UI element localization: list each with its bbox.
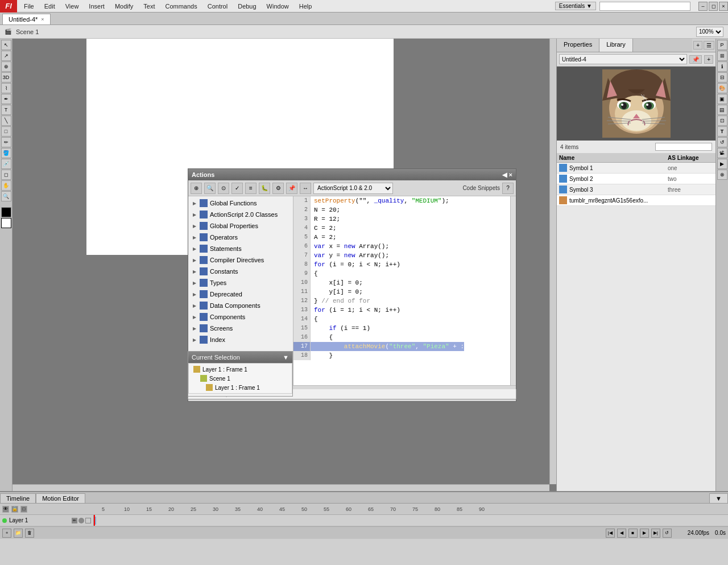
tl-step-fwd-btn[interactable]: ▶| bbox=[651, 529, 660, 538]
layer-edit-icon[interactable]: ✏ bbox=[72, 518, 77, 523]
actions-tree-item-constants[interactable]: ▶ Constants bbox=[189, 266, 292, 277]
tool-eyedropper[interactable]: 💉 bbox=[1, 159, 11, 169]
properties-tab[interactable]: Properties bbox=[557, 39, 599, 52]
actions-tree-item-global-properties[interactable]: ▶ Global Properties bbox=[189, 220, 292, 232]
actions-tree-item-global-functions[interactable]: ▶ Global Functions bbox=[189, 197, 292, 209]
library-search-input[interactable] bbox=[655, 143, 712, 151]
tl-stop-btn[interactable]: ■ bbox=[628, 529, 638, 538]
actions-collapse[interactable]: ◀ bbox=[502, 171, 507, 179]
essentials-button[interactable]: Essentials ▼ bbox=[555, 2, 596, 10]
actions-tree-item-as2-classes[interactable]: ▶ ActionScript 2.0 Classes bbox=[189, 209, 292, 220]
tool-gradient[interactable]: ▤ bbox=[717, 105, 727, 115]
actions-tree-item-screens[interactable]: ▶ Screens bbox=[189, 323, 292, 334]
actions-tree-item-statements[interactable]: ▶ Statements bbox=[189, 243, 292, 254]
new-library-btn[interactable]: + bbox=[704, 55, 713, 64]
actions-tree-item-types[interactable]: ▶ Types bbox=[189, 277, 292, 288]
actions-find-btn[interactable]: 🔍 bbox=[204, 183, 216, 194]
selection-item-0[interactable]: Layer 1 : Frame 1 bbox=[190, 365, 291, 374]
tool-history[interactable]: ↺ bbox=[717, 137, 727, 147]
tool-zoom[interactable]: 🔍 bbox=[1, 191, 11, 201]
actions-check-btn[interactable]: ✓ bbox=[231, 183, 243, 194]
minimize-button[interactable]: – bbox=[698, 2, 708, 11]
menu-insert[interactable]: Insert bbox=[84, 2, 109, 11]
tool-T[interactable]: T bbox=[717, 126, 727, 137]
tool-line[interactable]: ╲ bbox=[1, 116, 11, 126]
tool-components[interactable]: ⊡ bbox=[717, 116, 727, 126]
menu-modify[interactable]: Modify bbox=[110, 2, 138, 11]
list-item[interactable]: tumblr_mr8egzntAG1s56exfo... bbox=[557, 195, 715, 206]
tl-step-back-btn[interactable]: ◀ bbox=[617, 529, 626, 538]
selection-item-2[interactable]: Layer 1 : Frame 1 bbox=[190, 383, 291, 392]
canvas-scrollbar-v[interactable] bbox=[549, 39, 556, 484]
tool-hand[interactable]: ✋ bbox=[1, 180, 11, 191]
tool-pencil[interactable]: ✏ bbox=[1, 137, 11, 147]
list-item[interactable]: Symbol 3 three bbox=[557, 184, 715, 195]
tool-debug2[interactable]: ⊗ bbox=[717, 170, 727, 180]
actions-tree-item-compiler-directives[interactable]: ▶ Compiler Directives bbox=[189, 254, 292, 266]
actions-pin-btn[interactable]: 📌 bbox=[286, 183, 297, 194]
code-scrollbar-v[interactable] bbox=[510, 196, 516, 385]
tool-scene[interactable]: 📽 bbox=[717, 148, 727, 158]
tool-text[interactable]: T bbox=[1, 105, 11, 115]
actions-target-btn[interactable]: ⊙ bbox=[218, 183, 229, 194]
tl-add-folder-btn[interactable]: 📁 bbox=[14, 529, 23, 538]
zoom-select[interactable]: 100% 50% 200% bbox=[696, 27, 723, 37]
menu-debug[interactable]: Debug bbox=[233, 2, 260, 11]
menu-text[interactable]: Text bbox=[139, 2, 159, 11]
library-file-select[interactable]: Untitled-4 bbox=[559, 54, 687, 64]
tool-swatches[interactable]: ▣ bbox=[717, 94, 727, 104]
actions-tree-item-deprecated[interactable]: ▶ Deprecated bbox=[189, 288, 292, 300]
list-item[interactable]: Symbol 2 two bbox=[557, 174, 715, 184]
actions-help-btn[interactable]: ? bbox=[502, 183, 514, 194]
actions-tree-item-index[interactable]: ▶ Index bbox=[189, 334, 292, 345]
tool-align[interactable]: ⊟ bbox=[717, 72, 727, 83]
code-editor-content[interactable]: 1 setProperty("", _quality, "MEDIUM"); 2… bbox=[293, 196, 516, 385]
menu-help[interactable]: Help bbox=[295, 2, 317, 11]
tool-lasso[interactable]: ⌇ bbox=[1, 83, 11, 93]
close-button[interactable]: × bbox=[719, 2, 728, 11]
tl-play-btn[interactable]: ▶ bbox=[640, 529, 649, 538]
tool-info[interactable]: ℹ bbox=[717, 61, 727, 72]
actionscript-version-select[interactable]: ActionScript 1.0 & 2.0 bbox=[313, 183, 393, 194]
timeline-collapse-btn[interactable]: ▼ bbox=[709, 493, 728, 503]
actions-options-btn[interactable]: ⚙ bbox=[272, 183, 284, 194]
timeline-tab[interactable]: Timeline bbox=[0, 493, 36, 503]
actions-add-btn[interactable]: ⊕ bbox=[191, 183, 202, 194]
actions-debug-btn[interactable]: 🐛 bbox=[259, 183, 270, 194]
tool-rect[interactable]: □ bbox=[1, 126, 11, 137]
selection-item-1[interactable]: Scene 1 bbox=[190, 374, 291, 383]
tool-grid[interactable]: ⊞ bbox=[717, 51, 727, 61]
panel-options[interactable]: ☰ bbox=[704, 41, 714, 50]
tool-motion[interactable]: ▶ bbox=[717, 159, 727, 169]
canvas-scrollbar-h[interactable] bbox=[13, 484, 549, 491]
selection-panel-arrow[interactable]: ▼ bbox=[283, 354, 289, 361]
motion-editor-tab[interactable]: Motion Editor bbox=[36, 493, 85, 503]
playhead[interactable] bbox=[94, 515, 95, 526]
tl-add-layer-btn[interactable]: + bbox=[2, 529, 11, 538]
menu-control[interactable]: Control bbox=[203, 2, 232, 11]
tool-transform[interactable]: ⊕ bbox=[1, 61, 11, 72]
list-item[interactable]: Symbol 1 one bbox=[557, 163, 715, 174]
tool-properties[interactable]: P bbox=[717, 40, 727, 50]
tl-go-start-btn[interactable]: |◀ bbox=[606, 529, 615, 538]
panel-new-item[interactable]: + bbox=[693, 41, 702, 50]
tool-bucket[interactable]: 🪣 bbox=[1, 148, 11, 158]
tab-close-button[interactable]: × bbox=[41, 17, 44, 22]
document-tab[interactable]: Untitled-4* × bbox=[2, 14, 51, 24]
menu-window[interactable]: Window bbox=[262, 2, 293, 11]
global-search-input[interactable] bbox=[599, 2, 690, 11]
stroke-color[interactable] bbox=[1, 207, 11, 217]
tool-subselect[interactable]: ↗ bbox=[1, 51, 11, 61]
layer-name[interactable]: Layer 1 ✏ bbox=[0, 515, 94, 526]
tool-eraser[interactable]: ◻ bbox=[1, 170, 11, 180]
actions-tree-item-components[interactable]: ▶ Components bbox=[189, 311, 292, 323]
tl-loop-btn[interactable]: ↺ bbox=[663, 529, 672, 538]
tool-3d[interactable]: 3D bbox=[1, 72, 11, 83]
layer-frames-area[interactable] bbox=[94, 515, 728, 526]
tl-delete-layer-btn[interactable]: 🗑 bbox=[25, 529, 34, 538]
restore-button[interactable]: ◻ bbox=[709, 2, 718, 11]
tool-arrow[interactable]: ↖ bbox=[1, 40, 11, 50]
tool-color[interactable]: 🎨 bbox=[717, 83, 727, 93]
tool-pen[interactable]: ✒ bbox=[1, 94, 11, 104]
actions-close[interactable]: × bbox=[509, 171, 512, 179]
